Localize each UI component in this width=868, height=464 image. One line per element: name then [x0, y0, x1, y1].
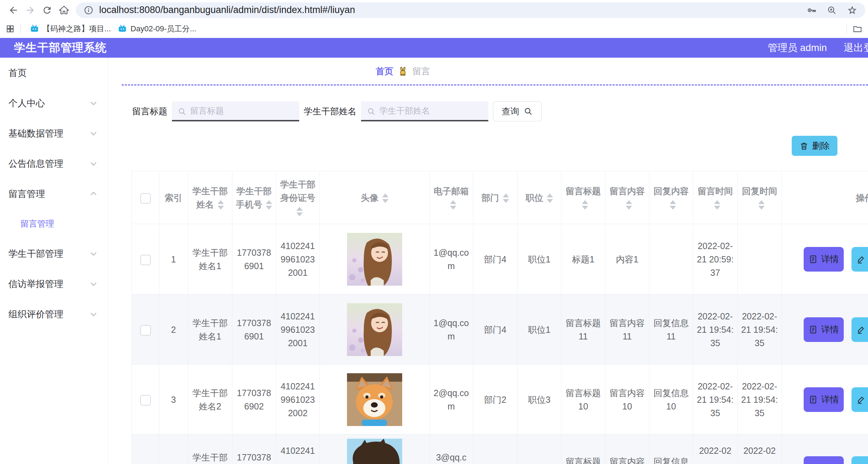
sidebar-item-student-cadre[interactable]: 学生干部管理 — [0, 239, 108, 269]
sort-carets-icon[interactable] — [382, 193, 388, 203]
sort-carets-icon[interactable] — [626, 200, 632, 210]
current-user[interactable]: 管理员 admin — [768, 41, 827, 55]
edit-button[interactable]: 修改 — [851, 317, 868, 342]
bilibili-icon — [118, 24, 127, 33]
edit-button[interactable]: 修改 — [851, 247, 868, 272]
sort-carets-icon[interactable] — [503, 193, 509, 203]
th-id-card[interactable]: 学生干部身份证号 — [276, 171, 320, 224]
row-checkbox[interactable] — [140, 325, 151, 336]
detail-button[interactable]: 详情 — [804, 456, 844, 464]
bookmark-item[interactable]: 【码神之路】项目... — [26, 22, 114, 36]
query-button[interactable]: 查询 — [493, 101, 542, 121]
sort-carets-icon[interactable] — [714, 200, 720, 210]
logout-link[interactable]: 退出登录 — [844, 41, 868, 55]
star-icon[interactable] — [847, 5, 857, 15]
home-icon[interactable] — [56, 2, 72, 19]
chevron-down-icon — [88, 158, 99, 169]
th-index: 索引 — [159, 171, 188, 224]
bookmark-item[interactable]: Day02-09-员工分... — [114, 22, 200, 36]
avatar-girl-photo — [347, 303, 402, 356]
message-title-input[interactable] — [172, 101, 299, 121]
th-cadre-name[interactable]: 学生干部姓名 — [188, 171, 232, 224]
breadcrumb-home-link[interactable]: 首页 — [376, 65, 393, 77]
url-bar[interactable]: localhost:8080/banganbuguanli/admin/dist… — [76, 2, 865, 18]
sort-carets-icon[interactable] — [670, 200, 676, 210]
info-icon[interactable] — [84, 5, 94, 15]
chevron-down-icon — [88, 128, 99, 139]
delete-button[interactable]: 删除 — [792, 136, 837, 156]
sort-carets-icon[interactable] — [450, 200, 456, 210]
apps-grid-icon[interactable] — [6, 24, 15, 33]
sort-carets-icon[interactable] — [582, 200, 588, 210]
th-position[interactable]: 职位 — [517, 171, 561, 224]
detail-button[interactable]: 详情 — [804, 247, 844, 272]
th-avatar[interactable]: 头像 — [320, 171, 430, 224]
edit-button[interactable]: 修改 — [851, 456, 868, 464]
search-icon — [178, 107, 187, 116]
sort-carets-icon[interactable] — [547, 193, 553, 203]
sort-carets-icon[interactable] — [296, 207, 303, 216]
forward-icon[interactable] — [22, 2, 39, 19]
th-reply-time[interactable]: 回复时间 — [738, 171, 782, 224]
message-title-label: 留言标题 — [132, 106, 167, 117]
th-msg-content[interactable]: 留言内容 — [605, 171, 649, 224]
back-icon[interactable] — [5, 2, 22, 19]
chevron-down-icon — [88, 98, 99, 108]
table-row: 1 学生干部姓名1 17703786901 410224199610232001 — [132, 224, 868, 294]
avatar-girl-photo — [347, 233, 402, 286]
sidebar-item-petition-report[interactable]: 信访举报管理 — [0, 269, 108, 299]
sidebar: 首页 个人中心 基础数据管理 公告信息管理 留言管理 留言管理 学生干部管理 信… — [0, 58, 108, 464]
zoom-icon[interactable] — [827, 5, 837, 15]
th-email[interactable]: 电子邮箱 — [430, 171, 473, 224]
th-phone[interactable]: 学生干部手机号 — [232, 171, 276, 224]
document-icon — [809, 325, 818, 334]
sort-carets-icon[interactable] — [218, 200, 224, 210]
app-header: 学生干部管理系统 管理员 admin 退出登录 — [0, 38, 868, 58]
bilibili-icon — [30, 24, 39, 33]
row-checkbox[interactable] — [140, 255, 151, 265]
url-text[interactable]: localhost:8080/banganbuguanli/admin/dist… — [99, 5, 806, 15]
bookmarks-folder-icon[interactable] — [853, 24, 862, 34]
th-msg-time[interactable]: 留言时间 — [693, 171, 738, 224]
browser-toolbar: localhost:8080/banganbuguanli/admin/dist… — [0, 0, 868, 20]
search-icon — [523, 107, 533, 116]
th-msg-title[interactable]: 留言标题 — [561, 171, 605, 224]
detail-button[interactable]: 详情 — [804, 317, 844, 342]
sidebar-item-announcement[interactable]: 公告信息管理 — [0, 148, 108, 179]
edit-button[interactable]: 修改 — [851, 387, 868, 412]
divider — [847, 24, 847, 33]
search-icon — [367, 107, 376, 116]
cadre-name-label: 学生干部姓名 — [304, 106, 356, 117]
cadre-name-input[interactable] — [361, 101, 488, 121]
sidebar-item-message-management[interactable]: 留言管理 — [0, 179, 108, 209]
th-department[interactable]: 部门 — [473, 171, 517, 224]
sidebar-item-home[interactable]: 首页 — [0, 58, 108, 88]
th-operations: 操作 — [782, 171, 868, 224]
select-all-checkbox[interactable] — [140, 193, 151, 204]
row-checkbox[interactable] — [140, 395, 151, 406]
app-title: 学生干部管理系统 — [14, 40, 107, 56]
sidebar-item-org-evaluation[interactable]: 组织评价管理 — [0, 299, 108, 329]
main-content: 首页 留言 留言标题 — [108, 58, 868, 464]
avatar-dog-photo — [347, 373, 402, 426]
pencil-icon — [856, 325, 866, 334]
sidebar-item-basic-data[interactable]: 基础数据管理 — [0, 118, 108, 148]
breadcrumb-current: 留言 — [413, 65, 430, 77]
data-table: 索引 学生干部姓名 学生干部手机号 学生干部身份证号 头像 电子邮箱 部门 职位… — [131, 171, 868, 464]
select-all-header — [132, 171, 159, 224]
detail-button[interactable]: 详情 — [804, 387, 844, 412]
th-reply-content[interactable]: 回复内容 — [649, 171, 693, 224]
chevron-down-icon — [88, 309, 99, 319]
sidebar-subitem-message-management[interactable]: 留言管理 — [0, 209, 108, 239]
sidebar-item-personal-center[interactable]: 个人中心 — [0, 88, 108, 118]
chevron-down-icon — [88, 248, 99, 259]
chevron-up-icon — [88, 189, 99, 199]
sort-carets-icon[interactable] — [266, 200, 272, 210]
reload-icon[interactable] — [39, 2, 56, 19]
avatar-conan-photo — [347, 439, 402, 464]
key-icon[interactable] — [806, 5, 817, 15]
bookmarks-bar: 【码神之路】项目... Day02-09-员工分... — [0, 20, 868, 38]
search-form: 留言标题 学生干部姓名 查询 — [132, 101, 868, 121]
pencil-icon — [856, 395, 866, 404]
sort-carets-icon[interactable] — [758, 200, 765, 210]
